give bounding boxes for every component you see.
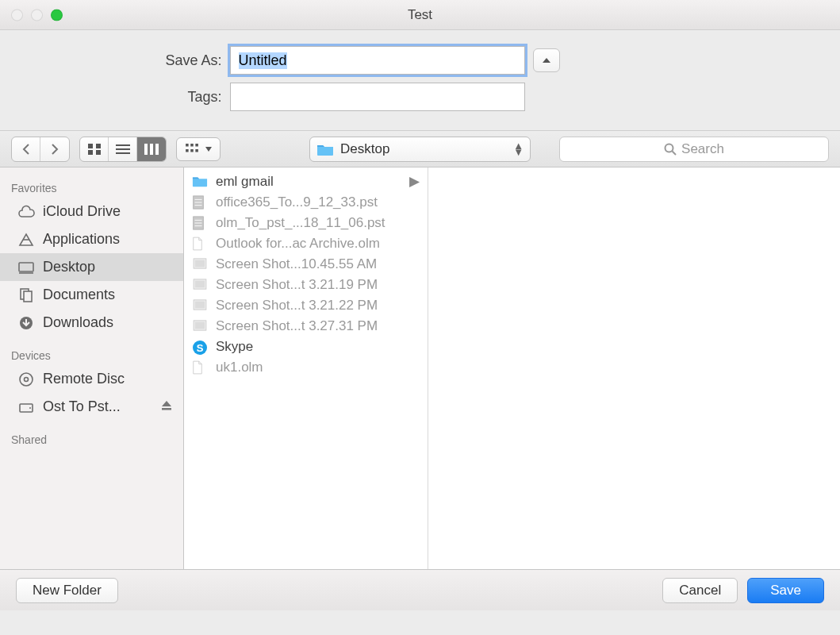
svg-rect-7 — [144, 144, 148, 155]
svg-rect-8 — [150, 144, 153, 155]
chevron-down-icon — [205, 147, 212, 152]
sidebar-item-label: Ost To Pst... — [43, 398, 121, 415]
search-icon — [664, 143, 677, 156]
file-icon — [192, 360, 208, 375]
file-column: eml gmail▶office365_To...9_12_33.pstolm_… — [184, 167, 428, 569]
icon-view-button[interactable] — [80, 137, 109, 161]
svg-rect-10 — [186, 144, 189, 147]
sidebar-item-drive[interactable]: Ost To Pst... — [0, 393, 183, 421]
minimize-window-button[interactable] — [31, 9, 43, 21]
cloud-icon — [17, 204, 35, 220]
list-view-button[interactable] — [109, 137, 137, 161]
image-icon — [192, 278, 208, 292]
svg-rect-4 — [116, 144, 130, 146]
file-row[interactable]: SSkype — [184, 337, 428, 357]
svg-rect-22 — [24, 291, 32, 302]
disclosure-arrow-icon: ▶ — [409, 173, 420, 190]
file-name: Screen Shot...t 3.21.22 PM — [216, 298, 378, 314]
documents-icon — [17, 287, 35, 303]
svg-point-27 — [29, 407, 31, 409]
list-icon — [116, 143, 130, 156]
svg-text:S: S — [197, 342, 204, 354]
file-name: Screen Shot...t 3.21.19 PM — [216, 277, 378, 293]
sidebar-item-icloud[interactable]: iCloud Drive — [0, 198, 183, 225]
nav-segment — [11, 137, 70, 162]
sidebar-item-label: Documents — [43, 287, 115, 303]
file-name: olm_To_pst_...18_11_06.pst — [216, 215, 385, 231]
sidebar-item-downloads[interactable]: Downloads — [0, 309, 183, 337]
svg-rect-0 — [88, 144, 93, 148]
updown-arrows-icon: ▲▼ — [513, 143, 524, 156]
saveas-input[interactable] — [230, 46, 525, 75]
sidebar-item-label: Downloads — [43, 314, 113, 331]
zoom-window-button[interactable] — [51, 9, 63, 21]
svg-rect-1 — [96, 144, 101, 148]
file-row: uk1.olm — [184, 357, 428, 378]
grid-icon — [87, 143, 102, 156]
tags-label: Tags: — [111, 89, 230, 106]
eject-button[interactable] — [161, 398, 172, 415]
svg-point-16 — [665, 144, 673, 152]
bottom-bar: New Folder Cancel Save — [0, 569, 840, 610]
doc-icon — [192, 195, 208, 210]
image-icon — [192, 257, 208, 271]
sidebar-header-devices: Devices — [0, 344, 183, 365]
grid-group-icon — [185, 144, 199, 155]
applications-icon — [17, 232, 35, 248]
svg-rect-19 — [19, 263, 33, 271]
file-name: eml gmail — [216, 174, 274, 190]
sidebar-item-applications[interactable]: Applications — [0, 225, 183, 253]
browser-main: Favorites iCloud Drive Applications Desk… — [0, 167, 840, 569]
svg-rect-6 — [116, 152, 130, 154]
file-row: Screen Shot...t 3.21.19 PM — [184, 275, 428, 295]
file-row: Screen Shot...t 3.21.22 PM — [184, 295, 428, 316]
title-bar: Test — [0, 0, 840, 30]
search-placeholder: Search — [681, 141, 724, 157]
traffic-lights — [11, 9, 63, 21]
svg-rect-38 — [195, 260, 205, 267]
close-window-button[interactable] — [11, 9, 23, 21]
file-name: uk1.olm — [216, 360, 263, 375]
sidebar-item-remote-disc[interactable]: Remote Disc — [0, 365, 183, 393]
sidebar-item-desktop[interactable]: Desktop — [0, 253, 183, 281]
file-row: Screen Shot...t 3.27.31 PM — [184, 316, 428, 337]
forward-button[interactable] — [40, 137, 69, 161]
svg-rect-28 — [162, 408, 171, 410]
svg-rect-15 — [195, 149, 198, 152]
location-popup[interactable]: Desktop ▲▼ — [309, 137, 531, 162]
cancel-button[interactable]: Cancel — [662, 578, 738, 603]
svg-rect-9 — [155, 144, 159, 155]
save-form-area: Save As: Tags: — [0, 30, 840, 131]
save-button[interactable]: Save — [747, 578, 824, 603]
back-button[interactable] — [12, 137, 40, 161]
tags-input[interactable] — [230, 83, 525, 111]
svg-line-17 — [673, 151, 677, 155]
collapse-dialog-button[interactable] — [533, 48, 560, 72]
svg-rect-42 — [195, 302, 205, 309]
file-icon — [192, 237, 208, 251]
sidebar: Favorites iCloud Drive Applications Desk… — [0, 167, 184, 569]
disc-icon — [17, 371, 35, 387]
preview-column — [428, 167, 840, 569]
svg-rect-2 — [88, 150, 93, 155]
chevron-left-icon — [22, 144, 30, 155]
file-name: Screen Shot...10.45.55 AM — [216, 256, 377, 272]
doc-icon — [192, 216, 208, 230]
svg-point-25 — [25, 377, 29, 381]
view-mode-segment — [79, 137, 167, 162]
svg-rect-5 — [116, 148, 130, 150]
search-field[interactable]: Search — [559, 137, 829, 162]
sidebar-item-documents[interactable]: Documents — [0, 281, 183, 309]
sidebar-item-label: iCloud Drive — [43, 203, 121, 220]
location-label: Desktop — [340, 141, 389, 157]
file-row[interactable]: eml gmail▶ — [184, 171, 428, 192]
column-view-button[interactable] — [137, 137, 166, 161]
folder-icon — [316, 143, 334, 156]
eject-icon — [161, 400, 172, 411]
new-folder-button[interactable]: New Folder — [16, 578, 118, 603]
chevron-up-icon — [542, 56, 551, 64]
file-row: Screen Shot...10.45.55 AM — [184, 254, 428, 275]
group-by-button[interactable] — [176, 137, 221, 161]
file-row: Outlook for...ac Archive.olm — [184, 233, 428, 254]
file-name: Skype — [216, 339, 253, 355]
